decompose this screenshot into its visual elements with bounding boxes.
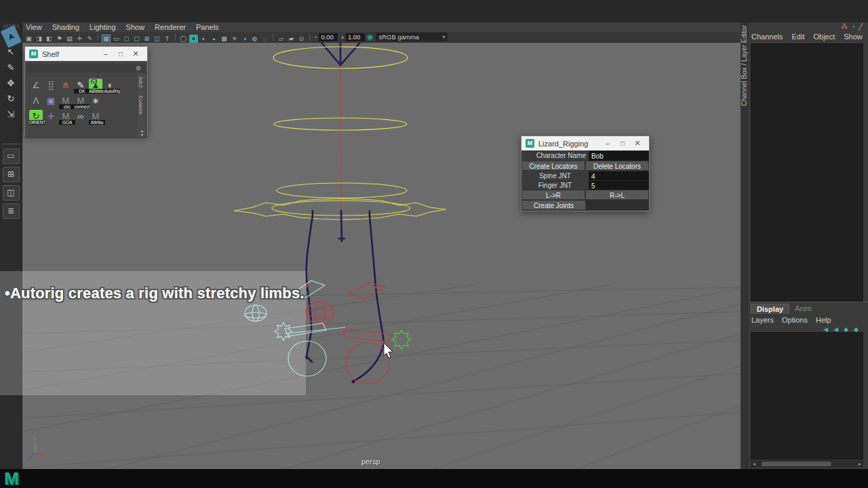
- gamma-icon[interactable]: ◑: [340, 34, 343, 41]
- render-view-icon[interactable]: ◔: [851, 23, 855, 30]
- film-gate-icon[interactable]: ▭: [112, 35, 121, 43]
- right-knee-control[interactable]: [348, 283, 386, 299]
- spine-jnt-input[interactable]: 4: [589, 171, 649, 180]
- field-chart-icon[interactable]: ⊞: [142, 35, 151, 43]
- layout-four-icon[interactable]: ⊞: [3, 167, 20, 182]
- layout-outliner-icon[interactable]: ≣: [3, 203, 20, 219]
- layout-split-icon[interactable]: ◫: [3, 185, 20, 201]
- camera-attrs-icon[interactable]: ◧: [45, 35, 54, 43]
- motion-blur-icon[interactable]: ◌: [260, 35, 269, 43]
- ao-icon[interactable]: ◍: [250, 35, 259, 43]
- link-icon[interactable]: ∞: [74, 110, 87, 124]
- create-locators-button[interactable]: Create Locators: [521, 161, 585, 171]
- gamma-field[interactable]: 1.00: [346, 33, 365, 41]
- layer-menu-options[interactable]: Options: [782, 315, 808, 325]
- shelf-titlebar[interactable]: M Shelf – □ ✕: [25, 47, 147, 61]
- layer-scrollbar[interactable]: ◂ ▸: [751, 460, 863, 468]
- move-tool[interactable]: ✥: [2, 76, 20, 91]
- channel-box-tab-strip[interactable]: Channel Box / Layer Editor: [741, 22, 748, 469]
- channel-box-list[interactable]: [751, 43, 863, 302]
- ab-weight-icon[interactable]: ▲25ABWeig: [89, 79, 102, 93]
- cog-star-control[interactable]: [234, 199, 446, 220]
- selected-only-icon[interactable]: ⊙: [297, 35, 306, 43]
- spine-control-circle[interactable]: [277, 183, 407, 198]
- isolate-select-icon[interactable]: ▱: [277, 35, 285, 43]
- wireframe-icon[interactable]: ◯: [179, 35, 188, 43]
- minimize-button[interactable]: –: [98, 50, 113, 58]
- minimize-button[interactable]: –: [600, 140, 615, 147]
- pan-zoom-icon[interactable]: ✛: [75, 35, 84, 43]
- asterisk-icon[interactable]: ∗: [89, 94, 102, 108]
- shelf-tab-custom[interactable]: Custom: [138, 96, 144, 115]
- channel-box-vertical-tab[interactable]: Channel Box / Layer Editor: [741, 22, 748, 109]
- channel-menu-show[interactable]: Show: [844, 32, 863, 41]
- maya-goa-icon[interactable]: MGOA: [59, 110, 73, 124]
- dialog-titlebar[interactable]: M Lizard_Rigging – □ ✕: [521, 136, 649, 150]
- lattice-icon[interactable]: ⣿: [44, 79, 58, 93]
- maya-circ-icon[interactable]: Mcirc: [59, 94, 73, 108]
- shelf-scroll-down-icon[interactable]: ▾: [141, 133, 143, 137]
- scroll-left-icon[interactable]: ◂: [751, 461, 757, 467]
- layer-tab-display[interactable]: Display: [751, 304, 789, 314]
- camera-lock-icon[interactable]: ◨: [35, 35, 43, 43]
- shelf-tab-job2[interactable]: Job2: [138, 76, 144, 87]
- close-button[interactable]: ✕: [630, 139, 645, 148]
- resolution-gate-icon[interactable]: ◻: [122, 35, 131, 43]
- bookmark-icon[interactable]: ⚑: [55, 35, 64, 43]
- right-toe-joint[interactable]: [352, 380, 355, 384]
- shadows-icon[interactable]: ◑: [240, 35, 249, 43]
- layer-tab-anim[interactable]: Anim: [789, 304, 817, 314]
- lasso-tool[interactable]: ↖: [2, 45, 20, 60]
- create-joints-button[interactable]: Create Joints: [521, 200, 586, 210]
- gate-mask-icon[interactable]: ▢: [132, 35, 141, 43]
- plane-icon[interactable]: ▰: [287, 35, 296, 43]
- maximize-button[interactable]: □: [615, 140, 630, 147]
- right-leg-joints[interactable]: [354, 216, 384, 381]
- close-button[interactable]: ✕: [128, 49, 143, 58]
- image-window-icon[interactable]: ▣: [44, 94, 58, 108]
- character-name-input[interactable]: Bob: [589, 150, 649, 161]
- channel-menu-channels[interactable]: Channels: [751, 32, 783, 41]
- wireframe-on-shaded-icon[interactable]: ◐: [199, 35, 208, 43]
- rotate-tool[interactable]: ↻: [2, 92, 20, 106]
- right-ankle-plane-control[interactable]: [343, 330, 392, 342]
- right-foot-star-control[interactable]: [392, 330, 411, 349]
- checker-icon[interactable]: ▩: [220, 35, 229, 43]
- right-to-left-button[interactable]: R->L: [585, 190, 649, 200]
- construction-history-icon[interactable]: ⁂: [841, 23, 848, 30]
- compass-icon[interactable]: Λ: [29, 94, 43, 108]
- spine-curve[interactable]: [340, 65, 341, 208]
- channel-menu-edit[interactable]: Edit: [791, 32, 804, 41]
- scale-tool[interactable]: ⇲: [2, 107, 20, 122]
- maximize-button[interactable]: □: [113, 50, 128, 58]
- left-to-right-button[interactable]: L->R: [521, 190, 585, 200]
- color-space-dropdown[interactable]: sRGB gamma ▾: [376, 33, 448, 41]
- layer-list[interactable]: [751, 332, 863, 460]
- image-plane-icon[interactable]: ▤: [65, 35, 74, 43]
- textured-icon[interactable]: ◒: [210, 35, 218, 43]
- head-joints[interactable]: [318, 43, 363, 65]
- scroll-right-icon[interactable]: ▸: [856, 461, 863, 467]
- paint-weights-icon[interactable]: ✛: [44, 110, 58, 124]
- maya-connect-icon[interactable]: Mconnect: [74, 94, 87, 108]
- exposure-icon[interactable]: ◔: [313, 34, 317, 41]
- paint-select-tool[interactable]: ✎: [2, 60, 20, 75]
- lights-icon[interactable]: ☀: [230, 35, 239, 43]
- layer-menu-help[interactable]: Help: [816, 315, 831, 325]
- view-transform-icon[interactable]: ◉: [367, 33, 374, 41]
- joint-tool-icon[interactable]: ⋔: [59, 79, 73, 93]
- safe-action-icon[interactable]: ◫: [153, 35, 161, 43]
- grid-icon[interactable]: ▦: [102, 35, 111, 43]
- dk-pencil-icon[interactable]: ✎DK: [74, 79, 87, 93]
- camera-select-icon[interactable]: ▣: [24, 35, 33, 43]
- exposure-field[interactable]: 0.00: [319, 33, 338, 41]
- safe-title-icon[interactable]: T: [163, 35, 172, 43]
- smooth-shade-icon[interactable]: ●: [189, 35, 198, 43]
- gear-icon[interactable]: ⚙: [136, 65, 141, 72]
- finger-jnt-input[interactable]: 5: [589, 180, 649, 190]
- channel-menu-object[interactable]: Object: [813, 32, 835, 41]
- scrollbar-thumb[interactable]: [762, 462, 831, 466]
- layout-single-icon[interactable]: ▭: [3, 148, 20, 164]
- maya-attrib-icon[interactable]: MAttribu: [89, 110, 102, 124]
- autorig-icon[interactable]: ◐AutoRig: [104, 79, 117, 93]
